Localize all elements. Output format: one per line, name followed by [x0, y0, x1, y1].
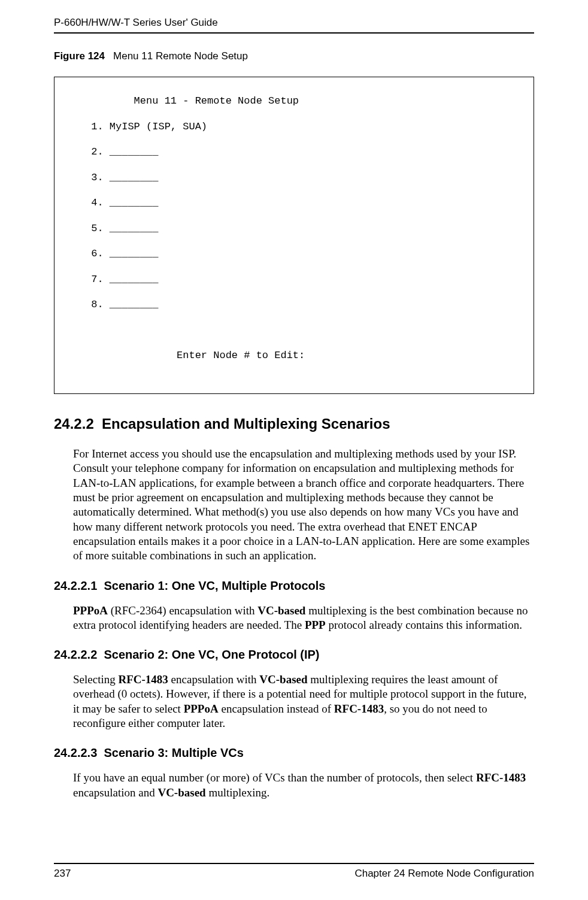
terminal-prompt: Enter Node # to Edit: [54, 349, 534, 362]
text: encapsulation instead of [219, 702, 334, 715]
terminal-line-6: 6. ________ [54, 247, 534, 260]
paragraph-block: If you have an equal number (or more) of… [73, 771, 534, 800]
terminal-blank [54, 324, 534, 337]
text: Selecting [73, 673, 118, 686]
terminal-line-3: 3. ________ [54, 171, 534, 184]
heading-number: 24.2.2.2 [54, 648, 97, 661]
bold-pppoa: PPPoA [184, 702, 219, 715]
paragraph-s2: PPPoA (RFC-2364) encapsulation with VC-b… [73, 604, 534, 633]
running-header: P-660H/HW/W-T Series User' Guide [54, 17, 534, 34]
paragraph-block: For Internet access you should use the e… [73, 447, 534, 563]
paragraph-s3: Selecting RFC-1483 encapsulation with VC… [73, 672, 534, 731]
terminal-line-2: 2. ________ [54, 146, 534, 158]
heading-24-2-2: 24.2.2 Encapsulation and Multiplexing Sc… [54, 416, 534, 432]
heading-number: 24.2.2.1 [54, 579, 97, 592]
heading-text: Scenario 2: One VC, One Protocol (IP) [104, 648, 319, 661]
figure-title: Menu 11 Remote Node Setup [113, 50, 248, 62]
paragraph-s1: For Internet access you should use the e… [73, 447, 534, 563]
bold-vc-based: VC-based [259, 673, 307, 686]
text: protocol already contains this informati… [326, 619, 522, 631]
bold-pppoa: PPPoA [73, 604, 108, 617]
heading-24-2-2-2: 24.2.2.2 Scenario 2: One VC, One Protoco… [54, 648, 534, 662]
heading-24-2-2-3: 24.2.2.3 Scenario 3: Multiple VCs [54, 746, 534, 760]
figure-label: Figure 124 [54, 50, 105, 62]
heading-text: Scenario 3: Multiple VCs [104, 746, 243, 759]
figure-caption: Figure 124Menu 11 Remote Node Setup [54, 50, 534, 62]
text: If you have an equal number (or more) of… [73, 771, 476, 784]
bold-ppp: PPP [305, 619, 326, 631]
bold-vc-based: VC-based [257, 604, 305, 617]
terminal-line-7: 7. ________ [54, 273, 534, 286]
terminal-title: Menu 11 - Remote Node Setup [54, 95, 534, 107]
text: (RFC-2364) encapsulation with [108, 604, 257, 617]
heading-number: 24.2.2 [54, 416, 94, 432]
heading-24-2-2-1: 24.2.2.1 Scenario 1: One VC, Multiple Pr… [54, 579, 534, 593]
paragraph-block: PPPoA (RFC-2364) encapsulation with VC-b… [73, 604, 534, 633]
bold-rfc-1483: RFC-1483 [476, 771, 526, 784]
text: encapsulation with [168, 673, 260, 686]
text: multiplexing. [206, 786, 270, 799]
heading-text: Encapsulation and Multiplexing Scenarios [102, 416, 390, 432]
page-number: 237 [54, 868, 71, 880]
page: P-660H/HW/W-T Series User' Guide Figure … [0, 0, 588, 900]
terminal-line-8: 8. ________ [54, 298, 534, 311]
text: encapsulation and [73, 786, 157, 799]
heading-number: 24.2.2.3 [54, 746, 97, 759]
bold-rfc-1483: RFC-1483 [334, 702, 384, 715]
page-footer: 237 Chapter 24 Remote Node Configuration [54, 863, 534, 880]
heading-text: Scenario 1: One VC, Multiple Protocols [104, 579, 325, 592]
bold-vc-based: VC-based [157, 786, 205, 799]
terminal-line-1: 1. MyISP (ISP, SUA) [54, 120, 534, 133]
bold-rfc-1483: RFC-1483 [118, 673, 168, 686]
chapter-label: Chapter 24 Remote Node Configuration [354, 868, 534, 880]
paragraph-s4: If you have an equal number (or more) of… [73, 771, 534, 800]
terminal-output: Menu 11 - Remote Node Setup 1. MyISP (IS… [54, 77, 534, 394]
terminal-line-4: 4. ________ [54, 196, 534, 209]
terminal-line-5: 5. ________ [54, 222, 534, 235]
paragraph-block: Selecting RFC-1483 encapsulation with VC… [73, 672, 534, 731]
